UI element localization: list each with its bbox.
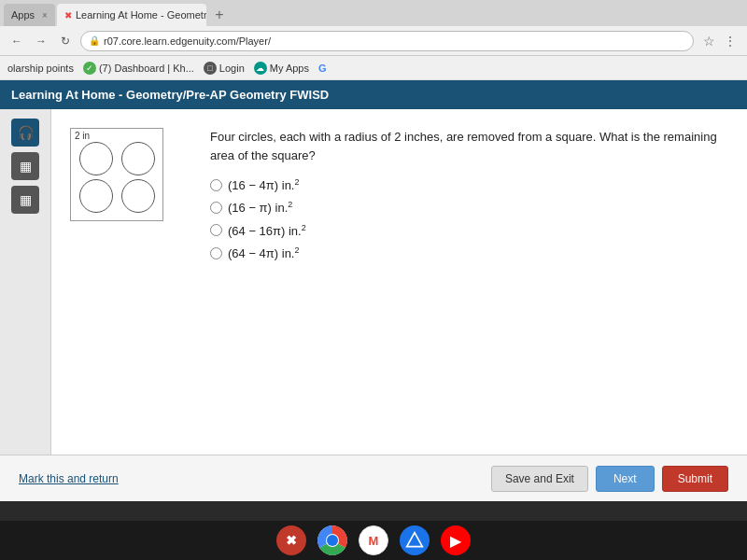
- save-exit-button[interactable]: Save and Exit: [491, 466, 588, 492]
- bookmark-scholarship[interactable]: olarship points: [7, 63, 74, 74]
- circle-topleft: [75, 140, 117, 177]
- bookmark-star[interactable]: ☆: [703, 34, 715, 49]
- option-2-text: (16 − π) in.2: [228, 200, 292, 215]
- forward-button[interactable]: →: [32, 32, 50, 50]
- circle-shape-1: [79, 142, 113, 175]
- bookmark-dashboard[interactable]: ✓ (7) Dashboard | Kh...: [83, 62, 194, 75]
- bookmark-google[interactable]: G: [318, 63, 327, 74]
- circle-bottomleft: [75, 177, 117, 215]
- sidebar-notes-icon[interactable]: ▦: [11, 186, 39, 214]
- radio-4[interactable]: [210, 247, 222, 259]
- bookmark-scholarship-label: olarship points: [7, 63, 74, 74]
- svg-marker-3: [407, 533, 423, 547]
- tab-edgenuity[interactable]: ✖ Learning At Home - Geometry/P... ×: [57, 4, 206, 26]
- mark-return-link[interactable]: Mark this and return: [19, 472, 119, 485]
- content-area: 🎧 ▦ ▦ 2 in: [0, 109, 747, 455]
- sidebar-calculator-icon[interactable]: ▦: [11, 152, 39, 180]
- circles-grid: [75, 140, 159, 215]
- nav-bar: ← → ↻ 🔒 r07.core.learn.edgenuity.com/Pla…: [0, 26, 747, 56]
- question-area: 2 in: [51, 109, 747, 455]
- google-label: G: [318, 63, 327, 74]
- page-title: Learning At Home - Geometry/Pre-AP Geome…: [11, 88, 329, 102]
- tab-apps[interactable]: Apps ×: [4, 4, 55, 26]
- radio-2[interactable]: [210, 202, 222, 214]
- menu-button[interactable]: ⋮: [721, 32, 740, 50]
- address-bar[interactable]: 🔒 r07.core.learn.edgenuity.com/Player/: [80, 31, 694, 51]
- tab-bar: Apps × ✖ Learning At Home - Geometry/P..…: [0, 0, 747, 26]
- lock-icon: 🔒: [89, 35, 100, 46]
- circle-shape-4: [121, 179, 155, 213]
- dashboard-icon: ✓: [83, 62, 96, 75]
- bookmark-login-label: Login: [219, 63, 245, 74]
- myapps-icon: ☁: [254, 62, 267, 75]
- circle-bottomright: [117, 177, 159, 215]
- bookmark-dashboard-label: (7) Dashboard | Kh...: [99, 63, 194, 74]
- footer-bar: Mark this and return Save and Exit Next …: [0, 455, 747, 501]
- taskbar-chrome-icon[interactable]: [317, 525, 347, 555]
- option-2[interactable]: (16 − π) in.2: [210, 200, 728, 215]
- refresh-button[interactable]: ↻: [56, 32, 75, 50]
- back-button[interactable]: ←: [7, 32, 26, 50]
- question-text-section: Four circles, each with a radius of 2 in…: [210, 128, 728, 436]
- new-tab-button[interactable]: +: [208, 4, 231, 26]
- circle-shape-2: [121, 142, 155, 175]
- taskbar-close-icon[interactable]: ✖: [276, 525, 306, 555]
- circle-topright: [117, 140, 159, 177]
- diagram-section: 2 in: [70, 128, 182, 436]
- bookmarks-bar: olarship points ✓ (7) Dashboard | Kh... …: [0, 56, 747, 80]
- taskbar-drive-icon[interactable]: [400, 525, 430, 555]
- option-3-text: (64 − 16π) in.2: [228, 223, 306, 238]
- left-sidebar: 🎧 ▦ ▦: [0, 109, 51, 455]
- option-1-text: (16 − 4π) in.2: [228, 177, 300, 192]
- option-3[interactable]: (64 − 16π) in.2: [210, 223, 728, 238]
- page-header: Learning At Home - Geometry/Pre-AP Geome…: [0, 80, 747, 109]
- submit-button[interactable]: Submit: [662, 466, 728, 492]
- footer-buttons: Save and Exit Next Submit: [491, 466, 728, 492]
- bookmark-myapps-label: My Apps: [270, 63, 309, 74]
- option-1[interactable]: (16 − 4π) in.2: [210, 177, 728, 192]
- radio-3[interactable]: [210, 224, 222, 236]
- taskbar-youtube-icon[interactable]: ▶: [441, 525, 471, 555]
- tab-apps-close[interactable]: ×: [42, 10, 48, 21]
- question-text: Four circles, each with a radius of 2 in…: [210, 128, 728, 164]
- option-4-text: (64 − 4π) in.2: [228, 245, 300, 260]
- taskbar: ✖ M ▶: [0, 521, 747, 560]
- bookmark-login[interactable]: □ Login: [204, 62, 245, 75]
- taskbar-gmail-icon[interactable]: M: [359, 525, 388, 555]
- next-button[interactable]: Next: [596, 466, 655, 492]
- option-4[interactable]: (64 − 4π) in.2: [210, 245, 728, 260]
- bookmark-myapps[interactable]: ☁ My Apps: [254, 62, 309, 75]
- tab-edgenuity-label: Learning At Home - Geometry/P...: [76, 9, 206, 21]
- circle-shape-3: [79, 179, 113, 213]
- address-text: r07.core.learn.edgenuity.com/Player/: [104, 35, 271, 47]
- sidebar-headphone-icon[interactable]: 🎧: [11, 119, 39, 147]
- svg-point-2: [327, 535, 338, 546]
- login-icon: □: [204, 62, 217, 75]
- tab-apps-label: Apps: [11, 9, 35, 21]
- browser-window: Apps × ✖ Learning At Home - Geometry/P..…: [0, 0, 747, 501]
- options-list: (16 − 4π) in.2 (16 − π) in.2 (64 − 16π) …: [210, 177, 728, 260]
- diagram-box: 2 in: [70, 128, 163, 221]
- radio-1[interactable]: [210, 179, 222, 191]
